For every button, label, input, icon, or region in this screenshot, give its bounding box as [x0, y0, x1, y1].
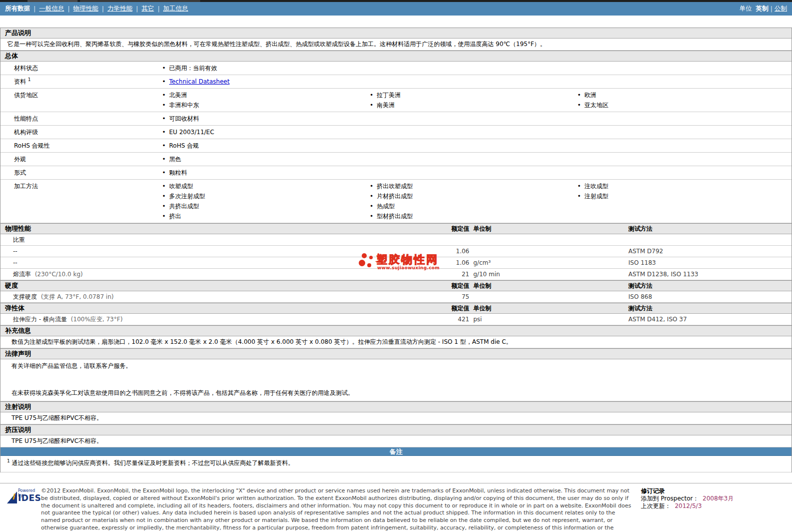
bullet-value: 注吹成型 [571, 181, 791, 191]
col-header-rated-value: 额定值 [413, 225, 469, 233]
technical-datasheet-link[interactable]: Technical Datasheet [169, 78, 230, 85]
row-rohs: RoHS 合规性 RoHS 合规 [1, 139, 791, 153]
bullet-value: 型材挤出成型 [363, 211, 571, 221]
notes-bar: 备注 [1, 447, 791, 456]
legal-statement-text: 有关详细的产品监管信息，请联系客户服务。 在未获得埃克森美孚化工对该意欲使用目的… [1, 359, 791, 401]
property-value [413, 236, 469, 244]
row-label: 性能特点 [1, 114, 156, 124]
property-unit [469, 247, 628, 255]
row-label: 供货地区 [1, 90, 156, 110]
row-documents: 资料 1 Technical Datasheet [1, 75, 791, 89]
tab-processing-info[interactable]: 加工信息 [163, 5, 188, 13]
tab-separator: | [34, 5, 36, 13]
section-general: 总体 [1, 51, 791, 62]
revision-added-line: 添加到 Prospector： 2008年3月 [641, 495, 786, 502]
unit-english-active[interactable]: 英制 [756, 5, 768, 13]
ides-logo-text: IDES [18, 493, 41, 503]
legal-line-1: 有关详细的产品监管信息，请联系客户服务。 [12, 362, 791, 370]
row-appearance: 外观 黑色 [1, 153, 791, 166]
property-row: -- 1.06 ASTM D792 [1, 246, 791, 257]
property-value: 21 [413, 270, 469, 278]
tab-all-data[interactable]: 所有数据 [5, 5, 30, 13]
revision-added-value: 2008年3月 [702, 495, 733, 502]
property-method: ISO 1183 [628, 259, 791, 267]
bullet-column: 拉丁美洲 南美洲 [363, 90, 571, 110]
bullet-value: Technical Datasheet [156, 77, 791, 87]
supplemental-info-text: 数值为注塑成型平板的测试结果，扇形浇口，102.0 毫米 x 152.0 毫米 … [1, 336, 791, 348]
injection-notes-text: TPE U75与乙缩醛和PVC不相容。 [1, 412, 791, 424]
tab-general-info[interactable]: 一般信息 [39, 5, 64, 13]
section-product-description: 产品说明 [1, 28, 791, 39]
bullet-column: 注吹成型 注射成型 [571, 181, 791, 221]
bullet-column: 吹塑成型 多次注射成型 共挤出成型 挤出 [156, 181, 363, 221]
legal-line-2: 在未获得埃克森美孚化工对该意欲使用目的之书面同意之前，不得将该产品，包括其产品名… [12, 389, 791, 397]
property-value: 1.06 [413, 259, 469, 267]
section-hardness-header: 硬度 额定值 单位制 测试方法 [1, 280, 791, 291]
section-injection-notes: 注射说明 [1, 401, 791, 412]
property-method [628, 236, 791, 244]
extrusion-notes-text: TPE U75与乙缩醛和PVC不相容。 [1, 435, 791, 447]
bullet-value: 已商用：当前有效 [156, 63, 791, 73]
bullet-value: 注射成型 [571, 191, 791, 201]
row-agency-rating: 机构评级 EU 2003/11/EC [1, 126, 791, 139]
section-legal-statement: 法律声明 [1, 348, 791, 359]
tab-other[interactable]: 其它 [142, 5, 154, 13]
revision-updated-label: 上次更新： [641, 502, 671, 509]
revision-updated-line: 上次更新： 2012/5/3 [641, 502, 786, 510]
property-name: -- [1, 247, 413, 255]
bullet-value: 挤出 [156, 211, 363, 221]
bullet-value: 南美洲 [363, 100, 571, 110]
bullet-value: 片材挤出成型 [363, 191, 571, 201]
property-name: -- [1, 259, 413, 267]
tab-physical-properties[interactable]: 物理性能 [73, 5, 98, 13]
property-unit [469, 236, 628, 244]
property-name-text: 支撑硬度 [13, 293, 37, 300]
ides-logo: Powered by i IDES [6, 487, 41, 532]
bullet-column: 挤出吹塑成型 片材挤出成型 热成型 型材挤出成型 [363, 181, 571, 221]
product-description-text: 它是一种可以完全回收利用、聚丙烯基软质、与橡胶类似的黑色材料，可在常规热塑性注塑… [1, 39, 791, 51]
revision-updated-value: 2012/5/3 [675, 502, 702, 509]
property-name-text: 拉伸应力 - 横向流量 [13, 316, 67, 323]
row-label: 加工方法 [1, 181, 156, 221]
section-title: 弹性体 [1, 304, 413, 312]
property-name-text: 熔流率 [13, 271, 31, 278]
bullet-column: 欧洲 亚太地区 [571, 90, 791, 110]
exxonmobil-legal-text: ©2012 ExxonMobil. ExxonMobil, the ExxonM… [41, 487, 641, 532]
bullet-value: 多次注射成型 [156, 191, 363, 201]
bullet-value: 亚太地区 [571, 100, 791, 110]
col-header-unit-system: 单位制 [469, 225, 628, 233]
property-condition: (230°C/10.0 kg) [35, 271, 83, 278]
property-condition: (支撑 A, 73°F, 0.0787 in) [41, 293, 114, 300]
property-method: ASTM D412, ISO 37 [628, 315, 791, 323]
section-title: 硬度 [1, 282, 413, 290]
row-features: 性能特点 可回收材料 [1, 112, 791, 126]
bullet-value: 拉丁美洲 [363, 90, 571, 100]
property-name: 比重 [1, 236, 413, 244]
revision-record: 修订记录 添加到 Prospector： 2008年3月 上次更新： 2012/… [641, 487, 786, 532]
row-label: 形式 [1, 168, 156, 178]
row-form: 形式 颗粒料 [1, 166, 791, 180]
datasheet-body: 产品说明 它是一种可以完全回收利用、聚丙烯基软质、与橡胶类似的黑色材料，可在常规… [0, 28, 792, 472]
property-condition: (100%应变, 73°F) [71, 316, 123, 323]
tab-mechanical-properties[interactable]: 力学性能 [108, 5, 133, 13]
section-supplemental-info: 补充信息 [1, 325, 791, 336]
data-tabs-bar: 所有数据 | 一般信息 | 物理性能 | 力学性能 | 其它 | 加工信息 单位… [0, 2, 792, 16]
unit-separator: | [770, 5, 772, 13]
section-elastomer-header: 弹性体 额定值 单位制 测试方法 [1, 303, 791, 314]
row-label: 资料 1 [1, 77, 156, 87]
bullet-value: RoHS 合规 [156, 141, 791, 151]
browser-tab-fragment [80, 0, 200, 2]
bullet-value: 北美洲 [156, 90, 363, 100]
section-extrusion-notes: 挤压说明 [1, 424, 791, 435]
col-header-rated-value: 额定值 [413, 282, 469, 290]
col-header-test-method: 测试方法 [628, 304, 791, 312]
tab-separator: | [158, 5, 160, 13]
units-label: 单位 [739, 5, 752, 13]
bullet-value: 可回收材料 [156, 114, 791, 124]
footnote-text: 通过这些链接您能够访问供应商资料。我们尽量保证及时更新资料；不过您可以从供应商处… [10, 459, 294, 466]
unit-metric-link[interactable]: 公制 [774, 5, 787, 13]
revision-title: 修订记录 [641, 487, 786, 495]
bullet-value: 黑色 [156, 154, 791, 164]
col-header-unit-system: 单位制 [469, 282, 628, 290]
property-row: 熔流率 (230°C/10.0 kg) 21 g/10 min ASTM D12… [1, 269, 791, 280]
